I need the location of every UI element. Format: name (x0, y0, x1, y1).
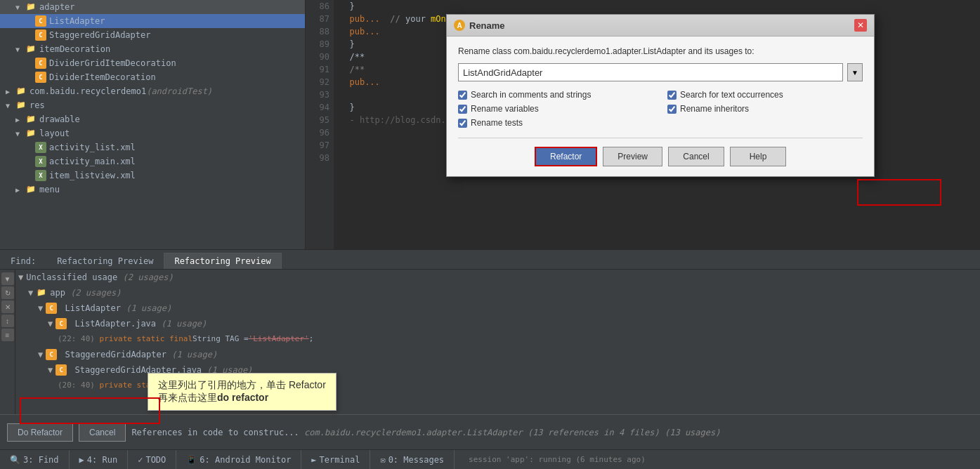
rename-input[interactable] (458, 63, 843, 81)
checkbox-search-comments[interactable]: Search in comments and strings (458, 90, 653, 100)
filter-button[interactable]: ▼ (1, 272, 14, 285)
code-text: String TAG = (192, 333, 248, 345)
tab-label: Refactoring Preview (57, 256, 153, 266)
checkbox-input[interactable] (458, 105, 467, 114)
status-label: Terminal (320, 455, 360, 465)
tree-item-listadapterjava[interactable]: ▼ C ListAdapter.java (1 usage) (15, 316, 980, 331)
tree-item-listadapter[interactable]: ▼ C ListAdapter (1 usage) (15, 300, 980, 316)
checkbox-input[interactable] (667, 91, 677, 100)
checkbox-input[interactable] (458, 119, 467, 128)
checkbox-label: Rename variables (471, 104, 539, 114)
sidebar-item-androidtest[interactable]: ▶ 📁 com.baidu.recyclerdemo1 (androidTest… (0, 84, 305, 98)
java-icon: C (46, 303, 57, 314)
status-label: 3: Find (23, 455, 59, 465)
do-refactor-button[interactable]: Do Refactor (7, 423, 73, 442)
folder-icon: 📁 (25, 128, 37, 139)
expand-arrow: ▼ (15, 130, 25, 138)
references-full: com.baidu.recyclerdemo1.adapter.ListAdap… (304, 428, 660, 437)
status-label: 4: Run (87, 455, 117, 465)
sidebar-item-adapter[interactable]: ▼ 📁 adapter (0, 0, 305, 14)
line-ref: (20: 40) (58, 379, 100, 392)
help-button[interactable]: Help (730, 147, 786, 166)
expand-arrow: ▼ (6, 102, 15, 110)
tree-label: app (50, 286, 65, 299)
sidebar-item-label: menu (39, 185, 60, 194)
java-icon: C (46, 349, 57, 360)
status-icon: 📱 (186, 455, 197, 465)
sidebar-item-divider[interactable]: C DividerItemDecoration (0, 70, 305, 84)
checkbox-input[interactable] (458, 91, 467, 100)
checkbox-rename-variables[interactable]: Rename variables (458, 104, 653, 114)
dialog-body: Rename class com.baidu.recyclerdemo1.ada… (447, 37, 874, 176)
folder-icon: 📁 (15, 100, 27, 111)
dropdown-button[interactable]: ▼ (847, 63, 863, 81)
close-button[interactable]: ✕ (854, 19, 867, 32)
tool-btn-2[interactable]: ✕ (1, 300, 14, 313)
cancel-dialog-button[interactable]: Cancel (668, 147, 724, 166)
sidebar-item-drawable[interactable]: ▶ 📁 drawable (0, 112, 305, 126)
xml-icon: X (35, 142, 46, 153)
tree-item-staggered[interactable]: ▼ C StaggeredGridAdapter (1 usage) (15, 347, 980, 362)
code-strikethrough: 'ListAdapter' (249, 333, 309, 345)
refactor-button[interactable]: Refactor (535, 147, 597, 166)
checkbox-rename-inheritors[interactable]: Rename inheritors (667, 104, 863, 114)
references-bar: References in code to construc... com.ba… (131, 428, 973, 437)
dialog-title-left: A Rename (454, 20, 505, 31)
sidebar-item-res[interactable]: ▼ 📁 res (0, 98, 305, 112)
sidebar-item-menu[interactable]: ▶ 📁 menu (0, 183, 305, 197)
sidebar-item-dividergrid[interactable]: C DividerGridItemDecoration (0, 56, 305, 70)
status-icon: ✓ (138, 455, 143, 465)
status-tab-find[interactable]: 🔍 3: Find (0, 450, 70, 469)
sidebar-item-itemdecoration[interactable]: ▼ 📁 itemDecoration (0, 42, 305, 56)
status-icon: 🔍 (10, 455, 20, 465)
status-tab-run[interactable]: ▶ 4: Run (70, 450, 129, 469)
tree-suffix: (1 usage) (166, 348, 217, 361)
sidebar-item-label: adapter (39, 2, 75, 12)
sidebar-item-label: DividerGridItemDecoration (49, 58, 176, 68)
tab-refactoring-preview-1[interactable]: Refactoring Preview (46, 253, 164, 269)
sidebar-item-activity-list[interactable]: X activity_list.xml (0, 140, 305, 154)
sidebar-item-listadapter[interactable]: C ListAdapter (0, 14, 305, 28)
status-bar: 🔍 3: Find ▶ 4: Run ✓ TODO 📱 6: Android M… (0, 449, 980, 469)
status-tab-terminal[interactable]: ► Terminal (301, 450, 370, 469)
arrow-icon: ▼ (48, 364, 53, 376)
references-text: References in code to construc... (131, 428, 304, 437)
sidebar-item-label: com.baidu.recyclerdemo1 (30, 86, 146, 96)
tab-find[interactable]: Find: (0, 253, 46, 269)
code-end: ; (309, 333, 314, 345)
checkbox-search-text[interactable]: Search for text occurrences (667, 90, 863, 100)
status-tab-todo[interactable]: ✓ TODO (128, 450, 176, 469)
status-tab-messages[interactable]: ✉ 0: Messages (370, 450, 455, 469)
status-tab-android-monitor[interactable]: 📱 6: Android Monitor (176, 450, 301, 469)
tool-btn-4[interactable]: ≡ (1, 329, 14, 341)
cancel-action-button[interactable]: Cancel (79, 423, 126, 442)
dialog-description: Rename class com.baidu.recyclerdemo1.ada… (458, 46, 863, 56)
tree-item-app[interactable]: ▼ 📁 app (2 usages) (15, 285, 980, 300)
sidebar-item-item-listview[interactable]: X item_listview.xml (0, 169, 305, 183)
sidebar-item-label: itemDecoration (39, 44, 110, 54)
tree-item-unclassified[interactable]: ▼ Unclassified usage (2 usages) (15, 270, 980, 285)
sidebar-item-label: activity_list.xml (49, 143, 136, 152)
sidebar-item-layout[interactable]: ▼ 📁 layout (0, 126, 305, 140)
tool-btn-1[interactable]: ↻ (1, 286, 14, 299)
sidebar-item-label: activity_main.xml (49, 157, 136, 166)
xml-icon: X (35, 156, 46, 167)
sidebar-item-staggered[interactable]: C StaggeredGridAdapter (0, 28, 305, 42)
tree-label: ListAdapter.java (70, 317, 156, 330)
checkbox-input[interactable] (667, 105, 677, 114)
sidebar-item-sublabel: (androidTest) (146, 86, 212, 96)
annotation-line1: 这里列出了引用的地方，单击 Refactor (158, 379, 326, 392)
sidebar-item-activity-main[interactable]: X activity_main.xml (0, 154, 305, 169)
tool-btn-3[interactable]: ↕ (1, 315, 14, 327)
checkbox-rename-tests[interactable]: Rename tests (458, 118, 653, 128)
bottom-section: Find: Refactoring Preview Refactoring Pr… (0, 249, 980, 469)
preview-button[interactable]: Preview (603, 147, 662, 166)
tab-refactoring-preview-2[interactable]: Refactoring Preview (164, 253, 281, 269)
main-container: ▼ 📁 adapter C ListAdapter C StaggeredGri… (0, 0, 980, 469)
expand-arrow: ▶ (6, 88, 15, 95)
dialog-buttons: Refactor Preview Cancel Help (458, 138, 863, 166)
annotation-do-refactor: do refactor (217, 392, 268, 403)
tree-suffix: (2 usages) (117, 271, 173, 284)
status-label: 6: Android Monitor (200, 455, 291, 465)
checkbox-label: Search for text occurrences (680, 90, 783, 100)
